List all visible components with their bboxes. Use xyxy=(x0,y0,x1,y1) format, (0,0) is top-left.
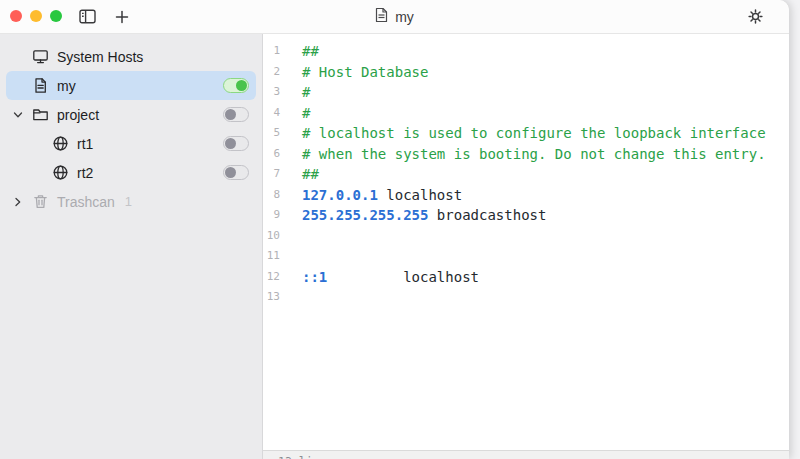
sidebar-item-rt2[interactable]: rt2 xyxy=(6,158,256,187)
sidebar-item-project[interactable]: project xyxy=(6,100,256,129)
line-number: 8 xyxy=(263,185,280,206)
line-number: 11 xyxy=(263,246,280,267)
toggle-knob xyxy=(225,138,236,149)
code-line[interactable]: 8127.0.0.1 localhost xyxy=(263,185,789,206)
chevron-right-icon[interactable] xyxy=(12,196,32,208)
code-segment-ip: 255.255.255.255 xyxy=(302,207,428,223)
plus-icon xyxy=(115,12,129,27)
status-bar: 13 lines xyxy=(263,450,789,459)
hosts-toggle-rt2[interactable] xyxy=(223,165,249,180)
line-number: 2 xyxy=(263,62,280,83)
window-controls xyxy=(10,10,62,22)
editor-panel: 1##2# Host Database3#4#5# localhost is u… xyxy=(263,34,789,459)
sidebar-item-label: rt2 xyxy=(77,165,93,181)
line-content: 127.0.0.1 localhost xyxy=(280,185,462,206)
hosts-toggle-project[interactable] xyxy=(223,107,249,122)
sidebar-item-label: Trashcan xyxy=(57,194,115,210)
hosts-toggle-rt1[interactable] xyxy=(223,136,249,151)
line-number: 4 xyxy=(263,103,280,124)
toggle-knob xyxy=(225,167,236,178)
code-line[interactable]: 6# when the system is booting. Do not ch… xyxy=(263,144,789,165)
line-number: 13 xyxy=(263,287,280,308)
code-segment-ip: ::1 xyxy=(302,269,327,285)
code-line[interactable]: 10 xyxy=(263,226,789,247)
sidebar-item-my[interactable]: my xyxy=(6,71,256,100)
line-content: # xyxy=(280,103,310,124)
code-line[interactable]: 1## xyxy=(263,41,789,62)
code-segment-comment: # when the system is booting. Do not cha… xyxy=(302,146,766,162)
line-content: ## xyxy=(280,164,319,185)
gear-icon xyxy=(747,13,764,28)
sidebar-item-label: my xyxy=(57,78,76,94)
line-number: 1 xyxy=(263,41,280,62)
code-area[interactable]: 1##2# Host Database3#4#5# localhost is u… xyxy=(263,34,789,308)
globe-icon xyxy=(52,135,69,152)
line-number: 5 xyxy=(263,123,280,144)
code-line[interactable]: 3# xyxy=(263,82,789,103)
sidebar-item-system-hosts[interactable]: System Hosts xyxy=(6,42,256,71)
app-window: my System Hostsmyprojectrt1rt2Trashcan1 xyxy=(0,0,789,459)
line-content: # when the system is booting. Do not cha… xyxy=(280,144,766,165)
code-segment-comment: # localhost is used to configure the loo… xyxy=(302,125,766,141)
chevron-down-icon[interactable] xyxy=(12,109,32,121)
line-number: 9 xyxy=(263,205,280,226)
line-content: ::1 localhost xyxy=(280,267,479,288)
page-title: my xyxy=(395,9,414,25)
sidebar-item-trashcan[interactable]: Trashcan1 xyxy=(6,187,256,216)
globe-icon xyxy=(52,164,69,181)
code-line[interactable]: 13 xyxy=(263,287,789,308)
code-segment-plain: localhost xyxy=(378,187,462,203)
hosts-toggle-my[interactable] xyxy=(223,78,249,93)
toggle-knob xyxy=(236,80,247,91)
line-number: 3 xyxy=(263,82,280,103)
folder-icon xyxy=(32,106,49,123)
line-content xyxy=(280,226,302,247)
code-segment-comment: ## xyxy=(302,166,319,182)
sidebar-item-label: System Hosts xyxy=(57,49,143,65)
document-icon xyxy=(32,77,49,94)
line-content: ## xyxy=(280,41,319,62)
line-content xyxy=(280,246,302,267)
add-hosts-button[interactable] xyxy=(115,10,129,24)
sidebar-panel-icon xyxy=(79,12,96,27)
code-segment-plain: broadcasthost xyxy=(428,207,546,223)
main-split: System Hostsmyprojectrt1rt2Trashcan1 1##… xyxy=(0,34,789,459)
line-number: 7 xyxy=(263,164,280,185)
zoom-window-button[interactable] xyxy=(50,10,62,22)
settings-button[interactable] xyxy=(747,8,764,25)
sidebar: System Hostsmyprojectrt1rt2Trashcan1 xyxy=(0,34,263,459)
line-content: # localhost is used to configure the loo… xyxy=(280,123,766,144)
code-segment-comment: ## xyxy=(302,43,319,59)
code-segment-comment: # xyxy=(302,105,310,121)
line-count-label: 13 lines xyxy=(278,455,333,459)
sidebar-item-label: project xyxy=(57,107,99,123)
code-line[interactable]: 11 xyxy=(263,246,789,267)
monitor-icon xyxy=(32,48,49,65)
document-icon xyxy=(375,7,388,26)
code-line[interactable]: 7## xyxy=(263,164,789,185)
code-line[interactable]: 4# xyxy=(263,103,789,124)
titlebar: my xyxy=(0,0,789,34)
line-number: 6 xyxy=(263,144,280,165)
line-content: # Host Database xyxy=(280,62,428,83)
toggle-sidebar-button[interactable] xyxy=(79,9,96,24)
line-content: # xyxy=(280,82,310,103)
code-line[interactable]: 9255.255.255.255 broadcasthost xyxy=(263,205,789,226)
close-window-button[interactable] xyxy=(10,10,22,22)
code-segment-comment: # Host Database xyxy=(302,64,428,80)
toggle-knob xyxy=(225,109,236,120)
sidebar-item-label: rt1 xyxy=(77,136,93,152)
item-count-badge: 1 xyxy=(125,194,132,209)
line-content xyxy=(280,287,302,308)
code-line[interactable]: 5# localhost is used to configure the lo… xyxy=(263,123,789,144)
code-segment-plain: localhost xyxy=(327,269,479,285)
minimize-window-button[interactable] xyxy=(30,10,42,22)
code-line[interactable]: 2# Host Database xyxy=(263,62,789,83)
trash-icon xyxy=(32,193,49,210)
line-number: 10 xyxy=(263,226,280,247)
sidebar-item-rt1[interactable]: rt1 xyxy=(6,129,256,158)
code-segment-comment: # xyxy=(302,84,310,100)
line-number: 12 xyxy=(263,267,280,288)
code-line[interactable]: 12::1 localhost xyxy=(263,267,789,288)
line-content: 255.255.255.255 broadcasthost xyxy=(280,205,546,226)
